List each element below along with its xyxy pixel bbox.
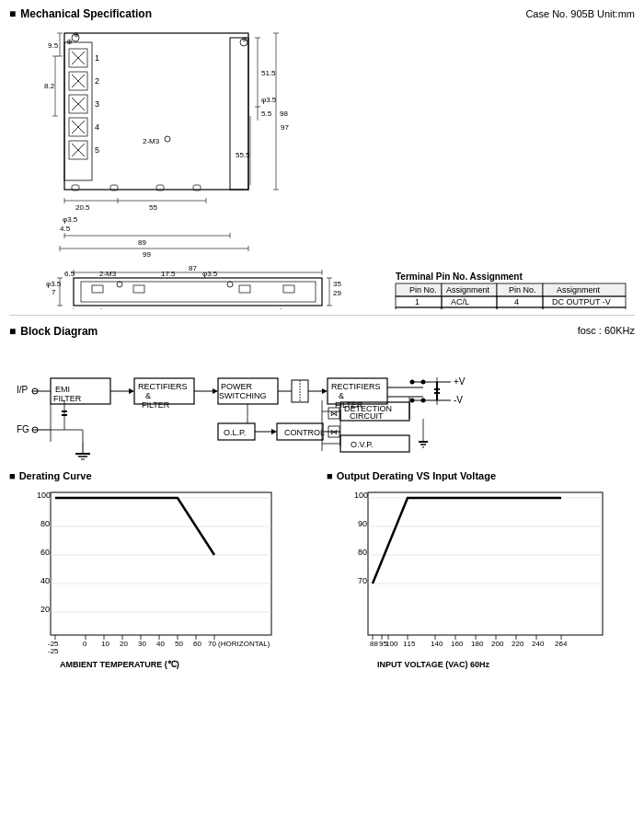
svg-text:&: & xyxy=(339,391,344,400)
svg-text:240: 240 xyxy=(532,640,545,648)
svg-text:INPUT VOLTAGE (VAC) 60Hz: INPUT VOLTAGE (VAC) 60Hz xyxy=(377,660,490,669)
svg-text:10: 10 xyxy=(101,640,109,648)
svg-text:98: 98 xyxy=(280,110,288,118)
mechanical-section: Mechanical Specification Case No. 905B U… xyxy=(9,7,635,309)
svg-text:2: 2 xyxy=(95,76,99,86)
svg-rect-93 xyxy=(283,285,294,293)
svg-text:99: 99 xyxy=(143,250,151,259)
svg-text:FILTER: FILTER xyxy=(53,394,82,403)
svg-text:RECTIFIERS: RECTIFIERS xyxy=(138,382,188,391)
svg-rect-79 xyxy=(81,282,316,302)
svg-text:100: 100 xyxy=(37,491,51,500)
svg-marker-144 xyxy=(129,388,134,394)
svg-text:100: 100 xyxy=(354,491,368,500)
mechanical-title: Mechanical Specification xyxy=(9,7,152,20)
svg-rect-117 xyxy=(497,296,543,307)
svg-text:70: 70 xyxy=(358,576,367,585)
svg-rect-125 xyxy=(497,307,543,309)
svg-text:-25: -25 xyxy=(48,647,59,655)
svg-text:POWER: POWER xyxy=(221,382,253,391)
svg-text:Assignment: Assignment xyxy=(557,285,601,295)
svg-rect-91 xyxy=(133,285,144,293)
svg-text:RECTIFIERS: RECTIFIERS xyxy=(331,382,381,391)
svg-text:DC OUTPUT -V: DC OUTPUT -V xyxy=(552,297,611,306)
svg-text:⊕: ⊕ xyxy=(242,36,247,42)
svg-text:4: 4 xyxy=(95,122,99,132)
svg-text:35: 35 xyxy=(333,280,341,288)
svg-text:40: 40 xyxy=(40,576,50,585)
svg-text:CONTROL: CONTROL xyxy=(284,428,325,437)
svg-point-170 xyxy=(421,380,426,385)
derating-curve-title: Derating Curve xyxy=(9,470,317,481)
svg-rect-27 xyxy=(230,38,248,190)
svg-text:&: & xyxy=(145,391,151,400)
svg-rect-92 xyxy=(239,285,250,293)
fosc-label: fosc : 60KHz xyxy=(578,325,635,336)
svg-text:5: 5 xyxy=(95,145,99,155)
svg-text:17.5: 17.5 xyxy=(161,270,176,278)
svg-text:160: 160 xyxy=(451,640,464,648)
svg-text:87: 87 xyxy=(189,264,197,272)
svg-marker-150 xyxy=(213,388,218,394)
svg-text:EMI: EMI xyxy=(55,385,70,394)
svg-text:FILTER: FILTER xyxy=(142,400,170,410)
page: Mechanical Specification Case No. 905B U… xyxy=(0,0,644,676)
svg-text:1: 1 xyxy=(415,297,420,306)
svg-text:0: 0 xyxy=(83,640,87,648)
svg-text:60: 60 xyxy=(193,640,201,648)
svg-text:200: 200 xyxy=(491,640,504,648)
svg-text:φ3.5: φ3.5 xyxy=(261,96,277,104)
svg-text:2-M3: 2-M3 xyxy=(143,137,160,145)
svg-text:Pin No.: Pin No. xyxy=(409,285,437,295)
svg-text:φ3.5: φ3.5 xyxy=(202,270,218,278)
svg-text:140: 140 xyxy=(431,640,443,648)
svg-text:4.5: 4.5 xyxy=(60,225,71,233)
svg-point-89 xyxy=(227,282,233,287)
svg-text:29: 29 xyxy=(333,289,341,297)
svg-text:2: 2 xyxy=(415,308,420,309)
svg-text:Assignment: Assignment xyxy=(446,285,490,295)
svg-text:⊕: ⊕ xyxy=(74,31,79,38)
svg-text:AC/L: AC/L xyxy=(451,297,469,306)
svg-text:80: 80 xyxy=(358,548,367,557)
svg-point-167 xyxy=(410,380,415,385)
svg-text:70 (HORIZONTAL): 70 (HORIZONTAL) xyxy=(208,640,270,648)
svg-text:115: 115 xyxy=(403,640,416,648)
svg-text:+V: +V xyxy=(454,376,466,387)
svg-text:⋈: ⋈ xyxy=(330,428,338,436)
svg-text:55: 55 xyxy=(149,203,157,212)
svg-text:5: 5 xyxy=(514,308,519,309)
svg-text:-V: -V xyxy=(454,395,463,405)
svg-text:90: 90 xyxy=(358,519,367,528)
svg-text:Terminal Pin No. Assignment: Terminal Pin No. Assignment xyxy=(396,272,523,282)
svg-text:φ3.5: φ3.5 xyxy=(63,215,78,224)
svg-text:50: 50 xyxy=(175,640,183,648)
svg-point-173 xyxy=(421,399,426,403)
output-derating-container: Output Derating VS Input Voltage 100 90 … xyxy=(327,470,635,669)
svg-text:55.5: 55.5 xyxy=(236,151,250,159)
block-diagram-section: Block Diagram fosc : 60KHz I/P EMI FILTE… xyxy=(9,315,635,465)
svg-text:φ3.5: φ3.5 xyxy=(46,280,62,288)
svg-rect-251 xyxy=(368,492,603,635)
svg-rect-219 xyxy=(51,492,271,635)
svg-text:I/P: I/P xyxy=(17,385,29,395)
svg-text:3: 3 xyxy=(95,99,99,109)
output-derating-title: Output Derating VS Input Voltage xyxy=(327,470,635,481)
svg-point-86 xyxy=(117,282,122,287)
svg-text:100: 100 xyxy=(385,640,398,648)
svg-text:AMBIENT TEMPERATURE (℃): AMBIENT TEMPERATURE (℃) xyxy=(60,660,179,669)
svg-text:40: 40 xyxy=(156,640,165,648)
svg-marker-158 xyxy=(322,388,328,394)
svg-text:264: 264 xyxy=(555,640,568,648)
svg-rect-78 xyxy=(74,278,322,306)
svg-text:220: 220 xyxy=(512,640,524,648)
derating-curve-container: Derating Curve 100 80 60 40 20 -25 xyxy=(9,470,317,669)
svg-text:20.5: 20.5 xyxy=(75,203,90,212)
svg-text:O.V.P.: O.V.P. xyxy=(351,440,374,449)
svg-text:51.5: 51.5 xyxy=(261,69,276,77)
svg-marker-197 xyxy=(271,429,277,434)
svg-text:20: 20 xyxy=(120,640,128,648)
svg-text:88: 88 xyxy=(370,640,378,648)
svg-rect-1 xyxy=(64,42,92,180)
svg-text:Pin No.: Pin No. xyxy=(509,285,536,295)
